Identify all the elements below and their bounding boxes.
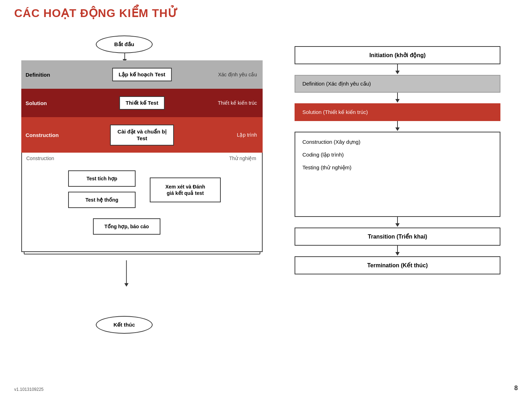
page-title: CÁC HOẠT ĐỘNG KIỂM THỬ xyxy=(14,6,178,20)
right-box-definition: Definition (Xác định yêu cầu) xyxy=(295,75,500,93)
right-arrow-4 xyxy=(295,217,500,228)
band-construction: Construction Cài đặt và chuẩn bị Test Lậ… xyxy=(21,117,263,153)
end-oval: Kết thúc xyxy=(96,316,153,334)
right-construction-line1: Construction (Xây dựng) xyxy=(302,139,493,145)
left-diagram: Bắt đầu Definition Lập kế hoạch Test Xác… xyxy=(21,35,270,341)
band-construction-center: Cài đặt và chuẩn bị Test xyxy=(110,125,174,146)
band-definition-center: Lập kế hoạch Test xyxy=(112,68,172,81)
flow-bands: Definition Lập kế hoạch Test Xác định yê… xyxy=(21,60,263,252)
right-construction-line2: Coding (lập trình) xyxy=(302,152,493,158)
band-construction-right: Lập trình xyxy=(237,132,257,138)
right-construction-line3: Testing (thử nghiệm) xyxy=(302,164,493,171)
box-tong-hop: Tổng hợp, báo cáo xyxy=(93,218,160,235)
right-arrow-1 xyxy=(295,64,500,75)
band-solution: Solution Thiết kế Test Thiết kế kiến trú… xyxy=(21,89,263,117)
box-test-tich-hop: Test tích hợp xyxy=(68,170,136,187)
right-box-termination: Termination (Kết thúc) xyxy=(295,256,500,274)
svg-marker-32 xyxy=(395,127,400,131)
right-arrow-5 xyxy=(295,246,500,256)
right-box-solution: Solution (Thiết kế kiến trúc) xyxy=(295,103,500,121)
construction-white-section: Construction Thử nghiệm Test tích hợp Te… xyxy=(21,153,263,252)
footer-version: v1.1013109225 xyxy=(14,387,44,392)
band-definition-right: Xác định yêu cầu xyxy=(218,72,257,77)
band-solution-right: Thiết kế kiến trúc xyxy=(218,100,257,106)
footer-page: 8 xyxy=(514,384,518,392)
right-diagram: Initiation (khởi động) Definition (Xác đ… xyxy=(295,46,500,274)
right-box-initiation: Initiation (khởi động) xyxy=(295,46,500,64)
svg-marker-19 xyxy=(124,283,128,287)
band-solution-label: Solution xyxy=(26,100,47,106)
right-box-construction-group: Construction (Xây dựng) Coding (lập trìn… xyxy=(295,132,500,217)
start-oval: Bắt đầu xyxy=(96,35,153,53)
svg-marker-28 xyxy=(395,71,400,74)
band-solution-center: Thiết kế Test xyxy=(119,96,165,110)
band-definition: Definition Lập kế hoạch Test Xác định yê… xyxy=(21,60,263,89)
right-box-transition: Transition (Triển khai) xyxy=(295,228,500,246)
box-xem-xet: Xem xét và Đánh giá kết quả test xyxy=(150,177,221,202)
box-test-he-thong: Test hệ thống xyxy=(68,192,136,208)
band-construction-label: Construction xyxy=(26,132,59,138)
svg-marker-30 xyxy=(395,99,400,103)
construction-top-label: Construction xyxy=(26,155,54,161)
right-arrow-3 xyxy=(295,121,500,132)
right-arrow-2 xyxy=(295,93,500,103)
band-definition-label: Definition xyxy=(26,72,50,78)
construction-top-right: Thử nghiệm xyxy=(229,155,256,161)
svg-marker-34 xyxy=(395,223,400,227)
svg-marker-36 xyxy=(395,252,400,256)
